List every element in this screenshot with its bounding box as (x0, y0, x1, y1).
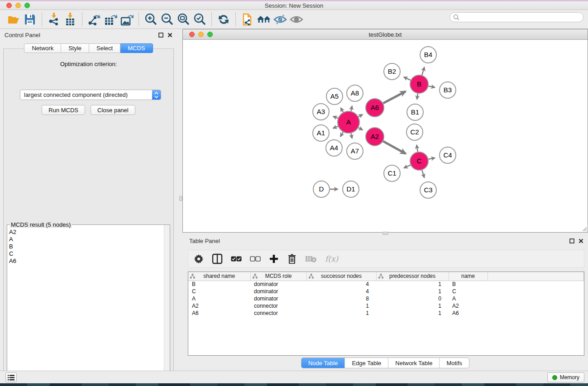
edge-A2-C[interactable] (383, 141, 406, 153)
node-A[interactable]: A (338, 111, 359, 133)
column-header-successor-nodes[interactable]: successor nodes (306, 272, 376, 281)
export-image-button[interactable] (120, 12, 134, 27)
edge-A-A7[interactable] (351, 133, 352, 138)
zoom-out-button[interactable] (160, 12, 174, 27)
edge-A-A3[interactable] (333, 116, 338, 118)
edge-C-C2[interactable] (416, 145, 417, 152)
criterion-select[interactable]: largest connected component (directed) (20, 90, 161, 100)
network-close-button[interactable] (189, 32, 195, 37)
tab-network-table[interactable]: Network Table (388, 358, 439, 368)
table-row[interactable]: A6connector11A6 (188, 310, 584, 317)
table-row[interactable]: Cdominator41C (188, 288, 584, 295)
import-table-button[interactable] (63, 12, 77, 27)
tab-node-table[interactable]: Node Table (301, 358, 345, 368)
minimize-window-button[interactable] (15, 3, 21, 8)
node-A1[interactable]: A1 (313, 125, 329, 141)
node-C[interactable]: C (410, 152, 428, 170)
clone-network-button[interactable] (240, 12, 255, 27)
close-panel-icon[interactable] (167, 33, 172, 38)
edge-B-B3[interactable] (429, 86, 435, 87)
edge-A-A2[interactable] (359, 128, 363, 130)
network-window-titlebar[interactable]: testGlobe.txt (183, 29, 588, 40)
table-settings-button[interactable] (194, 253, 204, 265)
node-A6[interactable]: A6 (366, 99, 384, 117)
column-header-MCDS-role[interactable]: MCDS role (250, 272, 306, 281)
table-row[interactable]: A2connector11A2 (188, 302, 584, 310)
close-panel-icon[interactable] (578, 238, 583, 243)
tab-select[interactable]: Select (89, 43, 120, 53)
tab-mcds[interactable]: MCDS (120, 43, 153, 53)
node-C4[interactable]: C4 (440, 147, 456, 163)
result-scrollbar[interactable] (164, 225, 170, 377)
mcds-result-list[interactable]: A2ABCA6 (7, 226, 164, 377)
show-columns-button[interactable] (212, 253, 223, 265)
window-resize-grip[interactable] (581, 225, 587, 232)
node-A5[interactable]: A5 (326, 88, 343, 105)
network-canvas[interactable]: B4B2BB3A8A5A6A3B1AC2A1A2A4A7C4CC1DD1C3 (183, 40, 588, 232)
column-header-predecessor-nodes[interactable]: predecessor nodes (376, 272, 449, 281)
result-item[interactable]: A6 (9, 257, 164, 265)
function-builder-button[interactable]: f(x) (325, 253, 338, 265)
refresh-button[interactable] (216, 12, 231, 27)
home-networks-button[interactable] (257, 12, 271, 27)
tab-motifs[interactable]: Motifs (439, 358, 469, 368)
node-C1[interactable]: C1 (384, 165, 400, 181)
network-minimize-button[interactable] (198, 32, 204, 37)
edge-A-A6[interactable] (359, 114, 363, 117)
export-network-button[interactable] (87, 12, 101, 27)
import-network-button[interactable] (47, 12, 61, 27)
edge-C-C1[interactable] (404, 165, 410, 168)
edge-B-B4[interactable] (422, 67, 424, 75)
network-graph[interactable]: B4B2BB3A8A5A6A3B1AC2A1A2A4A7C4CC1DD1C3 (183, 40, 588, 232)
zoom-selected-button[interactable] (192, 12, 207, 27)
select-all-button[interactable] (231, 253, 242, 265)
node-A7[interactable]: A7 (347, 143, 363, 159)
vertical-divider-grip[interactable] (179, 196, 182, 201)
node-B3[interactable]: B3 (440, 82, 456, 98)
task-history-button[interactable] (5, 372, 17, 382)
deselect-all-button[interactable] (250, 253, 261, 265)
delete-table-button[interactable] (305, 253, 317, 265)
run-mcds-button[interactable]: Run MCDS (42, 105, 85, 115)
tab-edge-table[interactable]: Edge Table (344, 358, 388, 368)
hide-eye-button[interactable] (273, 12, 287, 27)
node-B1[interactable]: B1 (407, 104, 423, 120)
edge-A-A1[interactable] (333, 126, 338, 128)
node-A8[interactable]: A8 (347, 85, 363, 101)
search-input[interactable] (449, 12, 583, 22)
node-B[interactable]: B (410, 75, 428, 93)
network-zoom-button[interactable] (207, 32, 213, 37)
table-row[interactable]: Adominator80A (188, 295, 584, 302)
column-header-shared-name[interactable]: shared name (188, 272, 250, 281)
node-B2[interactable]: B2 (384, 63, 400, 80)
tab-network[interactable]: Network (24, 43, 61, 53)
result-item[interactable]: C (9, 250, 164, 257)
node-D[interactable]: D (313, 181, 330, 197)
show-eye-button[interactable] (289, 12, 304, 27)
open-session-button[interactable] (6, 12, 21, 27)
edge-A-A5[interactable] (341, 108, 343, 112)
result-item[interactable]: A2 (9, 229, 164, 236)
add-column-button[interactable] (269, 253, 279, 265)
export-table-button[interactable] (103, 12, 118, 27)
node-A4[interactable]: A4 (326, 140, 342, 156)
node-table[interactable]: shared nameMCDS rolesuccessor nodesprede… (188, 272, 584, 356)
edge-A6-B[interactable] (383, 91, 406, 103)
float-panel-icon[interactable] (569, 238, 574, 243)
zoom-window-button[interactable] (24, 3, 30, 8)
edge-B-B1[interactable] (417, 94, 418, 100)
tab-style[interactable]: Style (61, 43, 89, 53)
column-header-name[interactable]: name (449, 272, 488, 281)
node-C2[interactable]: C2 (406, 124, 423, 140)
node-D1[interactable]: D1 (343, 181, 359, 197)
result-item[interactable]: A (9, 236, 164, 243)
close-panel-button[interactable]: Close panel (91, 105, 135, 115)
edge-B-B2[interactable] (404, 77, 411, 80)
result-item[interactable]: B (9, 243, 164, 250)
edge-C-C4[interactable] (429, 158, 435, 159)
edge-A-A4[interactable] (340, 132, 343, 137)
save-session-button[interactable] (23, 12, 37, 27)
node-A2[interactable]: A2 (366, 128, 384, 146)
float-panel-icon[interactable] (158, 33, 163, 38)
zoom-in-button[interactable] (143, 12, 158, 27)
